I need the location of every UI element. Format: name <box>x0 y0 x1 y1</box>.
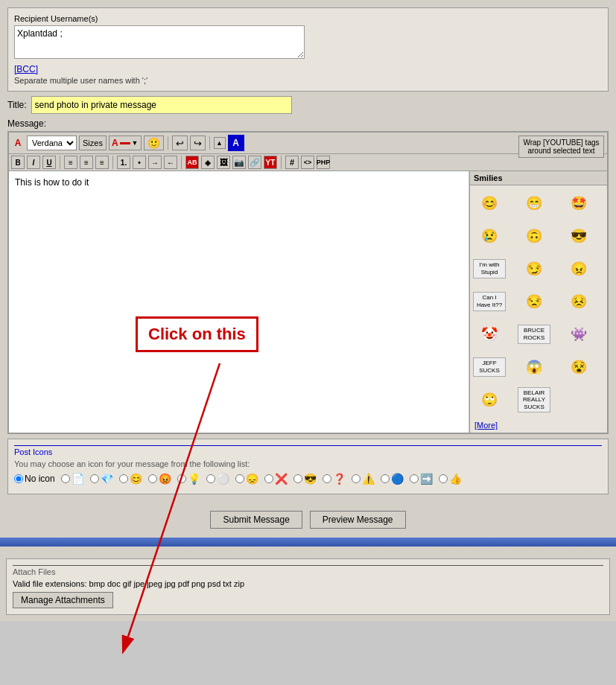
smiley-13[interactable]: 😱 <box>518 352 550 382</box>
undo-btn[interactable]: ↩ <box>172 136 188 150</box>
smiley-6[interactable]: 😎 <box>562 221 595 251</box>
recipient-section: Recipient Username(s) [BCC] Separate mul… <box>7 7 609 92</box>
hash-btn[interactable]: # <box>285 156 299 169</box>
post-icon-2: 💎 <box>101 473 113 485</box>
icon-option-3: 😊 <box>119 473 142 485</box>
image-btn[interactable]: 🖼 <box>217 156 230 169</box>
message-textarea[interactable] <box>9 171 469 433</box>
color-picker-btn[interactable]: A ▼ <box>109 136 142 150</box>
list-ol-btn[interactable]: 1. <box>117 156 130 169</box>
smiley-4[interactable]: 😢 <box>473 221 506 251</box>
icon-radio-none[interactable] <box>14 474 23 483</box>
italic-btn[interactable]: I <box>27 156 40 169</box>
smiley-7[interactable]: 😏 <box>518 254 550 284</box>
smiley-5[interactable]: 🙃 <box>518 221 550 251</box>
icon-radio-1[interactable] <box>61 474 70 483</box>
recipient-label: Recipient Username(s) <box>14 14 602 23</box>
smiley-btn[interactable]: 🙂 <box>144 136 164 150</box>
icon-radio-2[interactable] <box>90 474 99 483</box>
icon-radio-3[interactable] <box>119 474 128 483</box>
icon-radio-11[interactable] <box>352 474 361 483</box>
icon-option-14: 👍 <box>439 473 462 485</box>
recipient-input[interactable] <box>14 25 305 59</box>
message-section: Message: Wrap [YOUTUBE] tags around sele… <box>7 118 609 434</box>
smiley-badge-5[interactable]: BELAIR REALLY SUCKS <box>518 385 550 415</box>
preview-button[interactable]: Preview Message <box>310 511 406 529</box>
code-btn[interactable]: <> <box>301 156 314 169</box>
outdent-btn[interactable]: ← <box>164 156 177 169</box>
scroll-up-btn[interactable]: ▲ <box>214 137 226 149</box>
icon-radio-10[interactable] <box>323 474 331 483</box>
manage-attachments-btn[interactable]: Manage Attachments <box>13 592 113 608</box>
bold-btn[interactable]: B <box>11 156 25 169</box>
align-left-btn[interactable]: ≡ <box>64 156 77 169</box>
attach-title: Attach Files <box>13 565 603 576</box>
icon-none-label: No icon <box>25 474 55 484</box>
post-icon-3: 😊 <box>130 473 142 485</box>
smilies-more-link[interactable]: [More] <box>470 418 607 433</box>
smiley-9[interactable]: 😒 <box>518 287 550 316</box>
icon-radio-13[interactable] <box>410 474 419 483</box>
icon-radio-9[interactable] <box>293 474 302 483</box>
post-icons-desc: You may choose an icon for your message … <box>14 459 602 468</box>
php-btn[interactable]: PHP <box>317 156 330 169</box>
smiley-2[interactable]: 😁 <box>518 188 550 218</box>
icon-radio-4[interactable] <box>148 474 157 483</box>
list-ul-btn[interactable]: • <box>133 156 146 169</box>
icon-radio-12[interactable] <box>381 474 390 483</box>
post-icon-4: 😡 <box>159 473 171 485</box>
smiley-1[interactable]: 😊 <box>473 188 506 218</box>
post-icons-section: Post Icons You may choose an icon for yo… <box>7 439 609 494</box>
color-A-label: A <box>112 138 118 148</box>
toolbar-sep1 <box>168 136 168 150</box>
smiley-badge-3[interactable]: BRUCE ROCKS <box>518 319 550 349</box>
post-icon-6: ⚪ <box>217 473 229 485</box>
attach-desc: Valid file extensions: bmp doc gif jpe j… <box>13 579 603 588</box>
smiley-10[interactable]: 😣 <box>562 287 595 316</box>
smiley-8[interactable]: 😠 <box>562 254 595 284</box>
sep6 <box>281 156 282 169</box>
post-icon-10: ❓ <box>333 473 346 485</box>
smiley-badge-1[interactable]: I'm with Stupid <box>473 254 506 284</box>
icon-radio-8[interactable] <box>264 474 273 483</box>
special-btn[interactable]: ◈ <box>201 156 215 169</box>
align-center-btn[interactable]: ≡ <box>80 156 93 169</box>
aa-btn[interactable]: A <box>228 135 244 151</box>
action-buttons: Submit Message Preview Message <box>0 502 616 538</box>
align-right-btn[interactable]: ≡ <box>95 156 109 169</box>
sizes-btn[interactable]: Sizes <box>79 136 107 150</box>
smiley-15[interactable]: 🙄 <box>473 385 506 415</box>
underline-btn[interactable]: U <box>42 156 56 169</box>
icon-option-13: ➡️ <box>410 473 433 485</box>
highlight-btn[interactable]: AB <box>185 156 199 169</box>
link-btn[interactable]: 🔗 <box>248 156 261 169</box>
message-label: Message: <box>7 118 609 129</box>
font-select[interactable]: Verdana <box>27 136 77 150</box>
indent-btn[interactable]: → <box>148 156 162 169</box>
wrap-youtube-btn[interactable]: Wrap [YOUTUBE] tags around selected text <box>518 136 604 158</box>
icon-radio-6[interactable] <box>206 474 215 483</box>
smiley-11[interactable]: 🤡 <box>473 319 506 349</box>
icon-radio-5[interactable] <box>177 474 186 483</box>
toolbar-font-icon[interactable]: A <box>11 136 25 150</box>
photo-btn[interactable]: 📷 <box>232 156 246 169</box>
smiley-16[interactable] <box>562 385 595 415</box>
bcc-link[interactable]: [BCC] <box>14 64 602 74</box>
redo-btn[interactable]: ↪ <box>190 136 206 150</box>
title-section: Title: <box>7 96 609 114</box>
smiley-3[interactable]: 🤩 <box>562 188 595 218</box>
title-input[interactable] <box>31 96 292 114</box>
smiley-14[interactable]: 😵 <box>562 352 595 382</box>
post-icon-14: 👍 <box>449 473 462 485</box>
smiley-badge-2[interactable]: Can I Have It?? <box>473 287 506 316</box>
separator-hint: Separate multiple user names with ';' <box>14 76 602 85</box>
icon-radio-14[interactable] <box>439 474 448 483</box>
icon-option-4: 😡 <box>148 473 171 485</box>
video-btn[interactable]: YT <box>264 156 277 169</box>
smiley-12[interactable]: 👾 <box>562 319 595 349</box>
submit-button[interactable]: Submit Message <box>210 511 302 529</box>
page-wrapper: Recipient Username(s) [BCC] Separate mul… <box>0 0 616 621</box>
smiley-badge-4[interactable]: JEFF SUCKS <box>473 352 506 382</box>
sep3 <box>60 156 60 169</box>
icon-radio-7[interactable] <box>235 474 244 483</box>
